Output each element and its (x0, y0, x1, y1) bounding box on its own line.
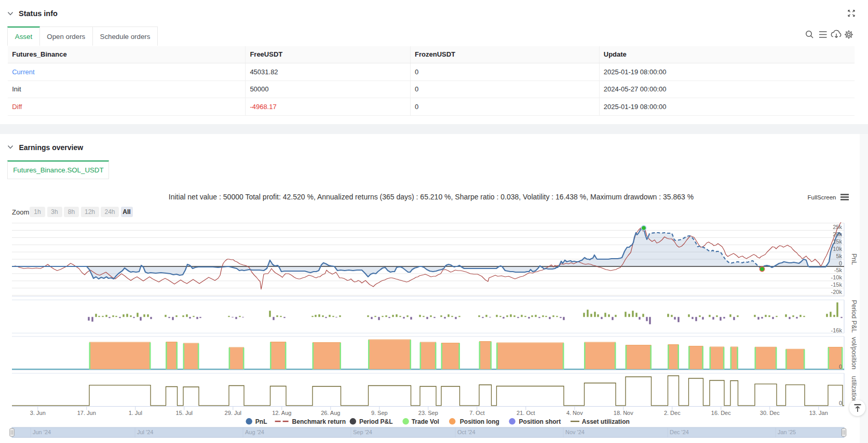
svg-text:Jan '25: Jan '25 (778, 429, 796, 435)
svg-text:26. Aug: 26. Aug (321, 410, 340, 416)
svg-text:0: 0 (839, 364, 842, 370)
svg-text:0: 0 (839, 260, 842, 266)
svg-text:PnL: PnL (850, 253, 858, 265)
svg-text:3. Jun: 3. Jun (30, 410, 46, 416)
svg-text:Nov '24: Nov '24 (565, 429, 585, 435)
svg-text:Position long: Position long (460, 418, 499, 425)
svg-text:29. Jul: 29. Jul (225, 410, 241, 416)
svg-text:Oct '24: Oct '24 (457, 429, 476, 435)
svg-text:13. Jan: 13. Jan (809, 410, 828, 416)
svg-text:17. Jun: 17. Jun (77, 410, 96, 416)
svg-text:Sep '24: Sep '24 (353, 429, 372, 435)
svg-text:Dec '24: Dec '24 (670, 429, 689, 435)
svg-text:30. Dec: 30. Dec (760, 410, 780, 416)
svg-text:PnL: PnL (255, 418, 267, 425)
svg-text:-10k: -10k (831, 274, 843, 280)
svg-text:vol/position: vol/position (850, 337, 858, 370)
svg-text:15k: 15k (833, 238, 842, 245)
svg-text:1. Jul: 1. Jul (129, 410, 142, 416)
svg-text:2. Dec: 2. Dec (664, 410, 681, 416)
svg-text:-20k: -20k (831, 289, 843, 295)
svg-text:7. Oct: 7. Oct (469, 410, 484, 416)
svg-text:4. Nov: 4. Nov (566, 410, 583, 416)
svg-text:Trade Vol: Trade Vol (412, 418, 439, 425)
svg-text:Period P&L: Period P&L (850, 300, 858, 332)
svg-text:9. Sep: 9. Sep (371, 410, 388, 416)
svg-text:0: 0 (839, 400, 842, 406)
svg-text:Jun '24: Jun '24 (33, 429, 51, 435)
svg-text:10k: 10k (833, 246, 842, 252)
svg-text:Period P&L: Period P&L (359, 418, 393, 425)
svg-text:18. Nov: 18. Nov (614, 410, 633, 416)
svg-text:Asset utilization: Asset utilization (582, 418, 630, 425)
svg-text:20k: 20k (833, 231, 842, 237)
svg-text:Jul '24: Jul '24 (137, 429, 153, 435)
svg-text:12. Aug: 12. Aug (272, 410, 291, 416)
svg-text:25k: 25k (833, 224, 842, 230)
svg-text:-5k: -5k (834, 267, 843, 273)
svg-text:Benchmark return: Benchmark return (292, 418, 346, 425)
svg-text:5k: 5k (836, 253, 842, 259)
svg-text:16. Dec: 16. Dec (711, 410, 731, 416)
svg-text:15. Jul: 15. Jul (176, 410, 193, 416)
svg-text:-16k: -16k (831, 327, 843, 333)
svg-text:Aug '24: Aug '24 (245, 429, 264, 435)
svg-text:23. Sep: 23. Sep (418, 410, 438, 416)
svg-text:-15k: -15k (831, 281, 843, 288)
svg-text:21. Oct: 21. Oct (517, 410, 535, 416)
svg-text:utilization: utilization (850, 376, 858, 403)
svg-text:Position short: Position short (519, 418, 561, 425)
